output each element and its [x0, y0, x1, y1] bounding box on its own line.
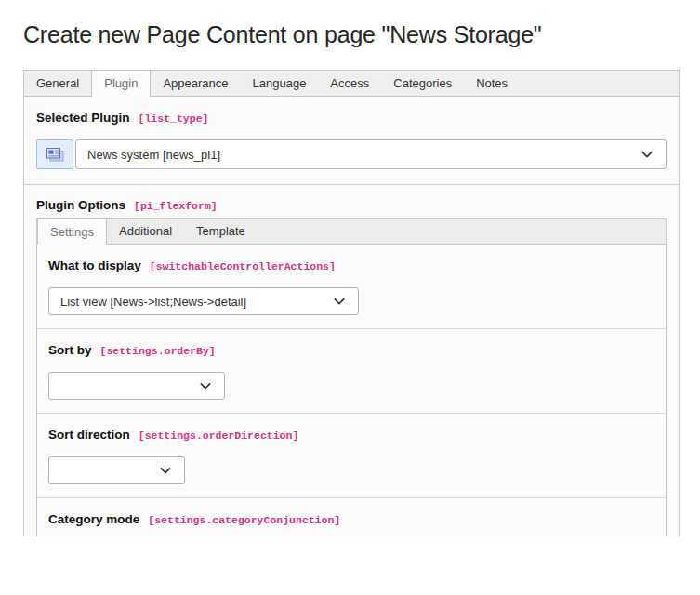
selected-plugin-select[interactable]: News system [news_pi1] — [75, 139, 667, 169]
field-code: [switchableControllerActions] — [150, 260, 336, 272]
plugin-options-label: Plugin Options — [36, 198, 125, 212]
panel-body: Selected Plugin[list_type] News system [… — [24, 97, 679, 536]
field-select-what-to-display[interactable]: List view [News->list;News->detail] — [48, 287, 359, 315]
settings-tab-panel: What to display[switchableControllerActi… — [36, 244, 667, 536]
selected-plugin-input-group: News system [news_pi1] — [36, 139, 667, 169]
field-label-row: Sort by[settings.orderBy] — [48, 342, 654, 360]
tab-plugin[interactable]: Plugin — [91, 70, 151, 97]
field-select-value: List view [News->list;News->detail] — [60, 295, 246, 309]
field-label-row: Sort direction[settings.orderDirection] — [48, 427, 654, 444]
selected-plugin-label: Selected Plugin — [36, 111, 130, 125]
page-title: Create new Page Content on page "News St… — [0, 0, 700, 48]
flexform-tabbar: SettingsAdditionalTemplate — [36, 218, 667, 244]
tab-notes[interactable]: Notes — [464, 71, 520, 96]
main-tabbar: GeneralPluginAppearanceLanguageAccessCat… — [24, 71, 679, 97]
chevron-down-icon — [333, 296, 346, 307]
tab-categories[interactable]: Categories — [381, 71, 464, 96]
tab-access[interactable]: Access — [318, 71, 381, 96]
field-label-row: Category mode[settings.categoryConjuncti… — [48, 511, 654, 529]
field-label: Category mode — [48, 512, 139, 526]
field-code: [settings.orderDirection] — [139, 430, 299, 442]
field-label: What to display — [48, 258, 141, 272]
field-label: Sort by — [48, 343, 92, 357]
field-code: [settings.categoryConjunction] — [148, 514, 340, 526]
field-section-sort-by: Sort by[settings.orderBy] — [37, 328, 666, 413]
subtab-template[interactable]: Template — [184, 219, 258, 244]
tab-language[interactable]: Language — [241, 71, 319, 96]
field-code: [settings.orderBy] — [100, 345, 216, 357]
field-select-sort-by[interactable] — [48, 372, 225, 400]
chevron-down-icon — [159, 465, 172, 476]
newspaper-icon — [36, 139, 73, 169]
field-section-category-mode: Category mode[settings.categoryConjuncti… — [37, 497, 666, 536]
field-label: Sort direction — [48, 428, 130, 442]
plugin-options-label-row: Plugin Options[pi_flexform] — [36, 197, 667, 215]
field-label-row: What to display[switchableControllerActi… — [48, 258, 654, 275]
field-section-what-to-display: What to display[switchableControllerActi… — [37, 245, 666, 328]
chevron-down-icon — [641, 149, 654, 160]
selected-plugin-value: News system [news_pi1] — [87, 148, 220, 162]
selected-plugin-section: Selected Plugin[list_type] News system [… — [24, 97, 679, 185]
field-select-value — [60, 379, 64, 393]
chevron-down-icon — [199, 380, 212, 391]
selected-plugin-label-row: Selected Plugin[list_type] — [36, 110, 667, 127]
field-select-sort-direction[interactable] — [48, 456, 185, 484]
field-section-sort-direction: Sort direction[settings.orderDirection] — [37, 413, 666, 497]
tab-appearance[interactable]: Appearance — [151, 71, 240, 96]
subtab-settings[interactable]: Settings — [37, 218, 107, 245]
form-panel: GeneralPluginAppearanceLanguageAccessCat… — [23, 70, 680, 536]
plugin-options-section: Plugin Options[pi_flexform] SettingsAddi… — [24, 185, 679, 536]
field-select-value — [60, 464, 64, 478]
selected-plugin-code: [list_type] — [139, 112, 209, 125]
subtab-additional[interactable]: Additional — [107, 219, 184, 244]
tab-general[interactable]: General — [24, 71, 91, 96]
plugin-options-code: [pi_flexform] — [134, 200, 218, 212]
